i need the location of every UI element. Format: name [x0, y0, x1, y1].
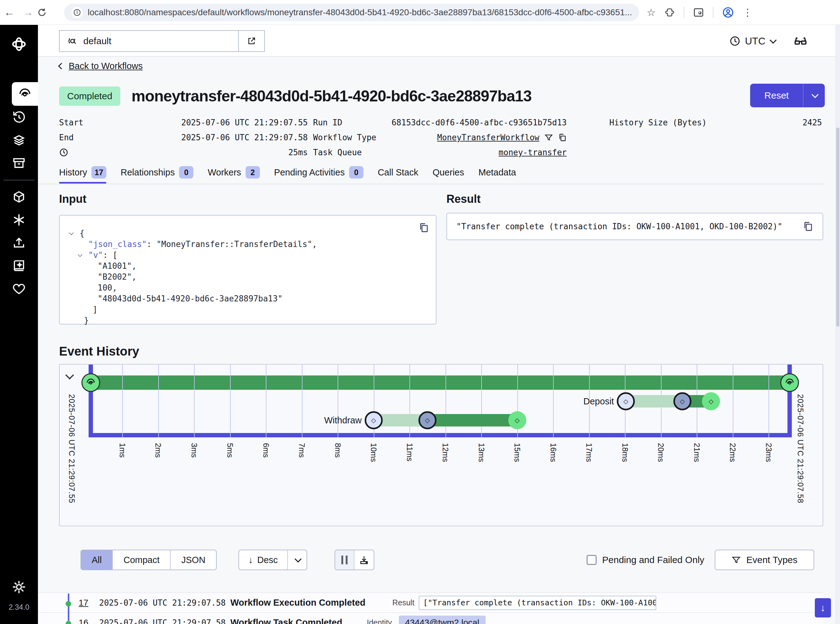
- temporal-logo-icon[interactable]: [11, 36, 27, 52]
- sort-desc-button[interactable]: ↓Desc: [239, 550, 287, 570]
- address-bar[interactable]: localhost:8080/namespaces/default/workfl…: [64, 4, 639, 21]
- view-compact-button[interactable]: Compact: [113, 550, 171, 570]
- sort-control: ↓Desc: [239, 550, 307, 570]
- namespace-icon: [67, 36, 78, 46]
- event-row[interactable]: 17 2025-07-06 UTC 21:29:07.58 Workflow E…: [38, 593, 823, 613]
- timeline-tick-label: 16ms: [549, 443, 558, 462]
- page-scrollbar[interactable]: [835, 25, 840, 624]
- event-row[interactable]: 16 2025-07-06 UTC 21:29:07.58 Workflow T…: [38, 613, 823, 624]
- event-types-button[interactable]: Event Types: [715, 550, 814, 570]
- pause-button[interactable]: [335, 550, 354, 570]
- namespace-selector[interactable]: default: [59, 30, 265, 52]
- tab-relationships[interactable]: Relationships0: [121, 166, 193, 183]
- task-queue-link[interactable]: money-transfer: [499, 148, 567, 157]
- run-id-value: 68153dcc-d0f6-4500-afbc-c93651b75d13: [391, 118, 567, 127]
- site-info-icon[interactable]: [71, 7, 83, 18]
- main-content: Back to Workflows Completed moneytransfe…: [38, 57, 835, 624]
- view-all-button[interactable]: All: [81, 550, 113, 570]
- divider: [684, 7, 684, 18]
- search-panel-icon[interactable]: [693, 7, 704, 18]
- timeline-tick-label: 18ms: [621, 443, 630, 462]
- browser-menu-icon[interactable]: ⋮: [743, 6, 753, 19]
- sidebar-item-nexus[interactable]: [0, 209, 38, 232]
- sidebar-item-archive[interactable]: [0, 152, 38, 175]
- workflow-type-link[interactable]: MoneyTransferWorkflow: [437, 133, 539, 142]
- download-button[interactable]: [354, 550, 374, 570]
- back-to-workflows-link[interactable]: Back to Workflows: [59, 61, 143, 71]
- timeline-collapse-icon[interactable]: [65, 371, 74, 380]
- chevron-left-icon: [58, 63, 65, 70]
- duration-value: 25ms: [288, 148, 308, 157]
- start-value: 2025-07-06 UTC 21:29:07.55: [181, 118, 308, 127]
- pending-failed-checkbox[interactable]: [587, 555, 596, 565]
- filter-funnel-icon: [732, 555, 741, 565]
- tab-history[interactable]: History17: [59, 166, 106, 183]
- sidebar-item-deployments[interactable]: [0, 129, 38, 152]
- url-text[interactable]: localhost:8080/namespaces/default/workfl…: [88, 8, 632, 17]
- tab-count-badge: 2: [246, 166, 260, 179]
- event-id-link[interactable]: 16: [79, 618, 88, 624]
- sidebar-item-import[interactable]: [0, 232, 38, 255]
- event-timestamp: 2025-07-06 UTC 21:29:07.58: [99, 598, 226, 607]
- timeline-gridline: [302, 365, 302, 437]
- withdraw-scheduled-marker[interactable]: ◇: [365, 411, 383, 429]
- timeline-tick-label: 7ms: [297, 443, 306, 457]
- timeline-gridline: [194, 365, 194, 437]
- scroll-to-bottom-button[interactable]: ↓: [815, 598, 831, 618]
- tab-pending-activities[interactable]: Pending Activities0: [274, 166, 364, 183]
- browser-reload-icon[interactable]: [37, 8, 56, 17]
- tab-metadata[interactable]: Metadata: [478, 166, 516, 183]
- end-value: 2025-07-06 UTC 21:29:07.58: [181, 133, 308, 142]
- reset-menu-button[interactable]: [803, 84, 825, 107]
- timeline-tick-label: 3ms: [190, 443, 199, 457]
- view-json-button[interactable]: JSON: [171, 550, 216, 570]
- browser-back-icon[interactable]: ←: [0, 6, 18, 19]
- theme-toggle-icon[interactable]: [12, 580, 26, 594]
- workflow-span-bar[interactable]: [91, 375, 790, 390]
- timeline-tick-label: 22ms: [728, 443, 737, 462]
- deposit-closed-marker[interactable]: ◇: [702, 392, 720, 410]
- copy-icon[interactable]: [558, 133, 567, 142]
- withdraw-closed-marker[interactable]: ◇: [508, 411, 526, 429]
- sidebar-item-namespaces[interactable]: [0, 185, 38, 209]
- scrollbar-thumb[interactable]: [836, 128, 839, 327]
- timeline-tick-label: 20ms: [656, 443, 665, 462]
- workflow-tabs: History17 Relationships0 Workers2 Pendin…: [59, 166, 516, 183]
- sidebar-item-workflows[interactable]: [12, 82, 38, 106]
- arrow-down-icon: ↓: [248, 555, 253, 565]
- labs-glasses-icon[interactable]: [793, 34, 808, 48]
- timeline-tick-label: 12ms: [441, 443, 450, 462]
- reset-button[interactable]: Reset: [750, 84, 825, 107]
- workflow-start-marker[interactable]: [82, 373, 100, 392]
- pending-failed-filter: Pending and Failed Only: [587, 550, 704, 570]
- input-json-panel: { "json_class": "MoneyTransfer::Transfer…: [59, 215, 436, 324]
- copy-icon[interactable]: [803, 221, 813, 232]
- task-queue-label: Task Queue: [313, 148, 362, 157]
- withdraw-started-marker[interactable]: ◇: [418, 411, 436, 429]
- result-panel: "Transfer complete (transaction IDs: OKW…: [446, 213, 823, 240]
- tab-workers[interactable]: Workers2: [208, 166, 260, 183]
- deposit-started-marker[interactable]: ◇: [674, 392, 691, 410]
- chevron-down-icon: [294, 556, 302, 563]
- timeline-end-timestamp: 2025-07-06 UTC 21:29:07.58: [796, 394, 805, 503]
- sort-menu-button[interactable]: [287, 550, 307, 570]
- workflow-end-marker[interactable]: [780, 373, 799, 392]
- filter-funnel-icon[interactable]: [544, 133, 553, 142]
- sidebar-item-docs[interactable]: [0, 255, 38, 278]
- timezone-selector[interactable]: UTC: [729, 36, 775, 47]
- tab-call-stack[interactable]: Call Stack: [378, 166, 418, 183]
- bookmark-star-icon[interactable]: ☆: [647, 6, 656, 19]
- event-id-link[interactable]: 17: [79, 598, 88, 608]
- browser-forward-icon[interactable]: →: [18, 6, 37, 19]
- tab-queries[interactable]: Queries: [432, 166, 464, 183]
- extensions-icon[interactable]: [664, 7, 675, 18]
- event-list: 17 2025-07-06 UTC 21:29:07.58 Workflow E…: [38, 593, 823, 624]
- timeline-gridline: [338, 365, 338, 437]
- timeline-canvas: 2025-07-06 UTC 21:29:07.55 2025-07-06 UT…: [59, 364, 823, 526]
- sidebar-item-feedback[interactable]: [0, 278, 38, 301]
- profile-icon[interactable]: [722, 6, 734, 19]
- namespace-open-button[interactable]: [238, 31, 264, 51]
- timeline-gridline: [769, 365, 769, 437]
- sidebar-item-schedules[interactable]: [0, 106, 38, 129]
- deposit-scheduled-marker[interactable]: ◇: [617, 392, 635, 410]
